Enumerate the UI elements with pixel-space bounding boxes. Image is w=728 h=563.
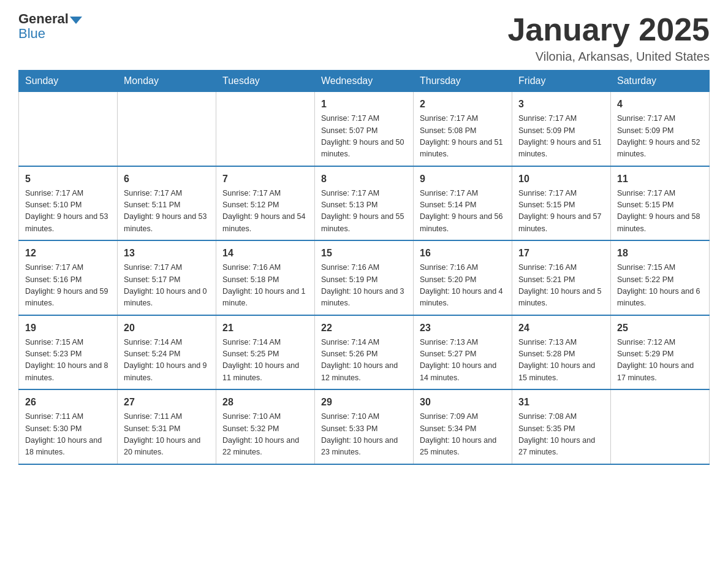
calendar-cell: 30Sunrise: 7:09 AM Sunset: 5:34 PM Dayli…	[414, 389, 512, 464]
day-number: 1	[321, 97, 407, 112]
day-info: Sunrise: 7:16 AM Sunset: 5:19 PM Dayligh…	[321, 262, 407, 310]
day-number: 3	[518, 97, 604, 112]
calendar-week-row: 5Sunrise: 7:17 AM Sunset: 5:10 PM Daylig…	[19, 166, 710, 241]
calendar-cell	[611, 389, 710, 464]
day-info: Sunrise: 7:11 AM Sunset: 5:31 PM Dayligh…	[124, 411, 210, 459]
day-info: Sunrise: 7:10 AM Sunset: 5:33 PM Dayligh…	[321, 411, 407, 459]
calendar-cell: 29Sunrise: 7:10 AM Sunset: 5:33 PM Dayli…	[315, 389, 414, 464]
calendar-cell: 18Sunrise: 7:15 AM Sunset: 5:22 PM Dayli…	[611, 240, 710, 315]
logo-arrow-icon	[70, 17, 82, 24]
calendar-cell: 2Sunrise: 7:17 AM Sunset: 5:08 PM Daylig…	[414, 92, 512, 166]
day-info: Sunrise: 7:12 AM Sunset: 5:29 PM Dayligh…	[617, 337, 703, 385]
day-info: Sunrise: 7:14 AM Sunset: 5:25 PM Dayligh…	[222, 337, 308, 385]
day-info: Sunrise: 7:09 AM Sunset: 5:34 PM Dayligh…	[420, 411, 506, 459]
day-number: 16	[420, 246, 506, 261]
day-info: Sunrise: 7:16 AM Sunset: 5:20 PM Dayligh…	[420, 262, 506, 310]
calendar-cell: 12Sunrise: 7:17 AM Sunset: 5:16 PM Dayli…	[19, 240, 118, 315]
day-number: 31	[518, 395, 604, 410]
calendar-cell: 16Sunrise: 7:16 AM Sunset: 5:20 PM Dayli…	[414, 240, 512, 315]
calendar-cell	[19, 92, 118, 166]
title-area: January 2025 Vilonia, Arkansas, United S…	[507, 12, 710, 64]
calendar-week-row: 1Sunrise: 7:17 AM Sunset: 5:07 PM Daylig…	[19, 92, 710, 166]
calendar-cell: 14Sunrise: 7:16 AM Sunset: 5:18 PM Dayli…	[216, 240, 315, 315]
calendar-cell	[216, 92, 315, 166]
calendar-cell: 13Sunrise: 7:17 AM Sunset: 5:17 PM Dayli…	[118, 240, 216, 315]
logo-general-text: General	[18, 12, 69, 26]
day-info: Sunrise: 7:14 AM Sunset: 5:26 PM Dayligh…	[321, 337, 407, 385]
day-of-week-header: Sunday	[19, 71, 118, 92]
day-info: Sunrise: 7:17 AM Sunset: 5:15 PM Dayligh…	[518, 188, 604, 236]
calendar-cell: 27Sunrise: 7:11 AM Sunset: 5:31 PM Dayli…	[118, 389, 216, 464]
day-of-week-header: Thursday	[414, 71, 512, 92]
day-info: Sunrise: 7:17 AM Sunset: 5:08 PM Dayligh…	[420, 113, 506, 161]
calendar-cell: 26Sunrise: 7:11 AM Sunset: 5:30 PM Dayli…	[19, 389, 118, 464]
day-number: 29	[321, 395, 407, 410]
day-info: Sunrise: 7:17 AM Sunset: 5:15 PM Dayligh…	[617, 188, 703, 236]
calendar-table: SundayMondayTuesdayWednesdayThursdayFrid…	[18, 70, 710, 465]
day-info: Sunrise: 7:17 AM Sunset: 5:09 PM Dayligh…	[518, 113, 604, 161]
day-info: Sunrise: 7:17 AM Sunset: 5:11 PM Dayligh…	[124, 188, 210, 236]
calendar-cell: 19Sunrise: 7:15 AM Sunset: 5:23 PM Dayli…	[19, 315, 118, 390]
day-info: Sunrise: 7:17 AM Sunset: 5:07 PM Dayligh…	[321, 113, 407, 161]
calendar-cell: 20Sunrise: 7:14 AM Sunset: 5:24 PM Dayli…	[118, 315, 216, 390]
day-number: 28	[222, 395, 308, 410]
logo-blue-text: Blue	[18, 26, 45, 42]
logo: General Blue	[18, 12, 83, 42]
day-info: Sunrise: 7:17 AM Sunset: 5:17 PM Dayligh…	[124, 262, 210, 310]
day-info: Sunrise: 7:15 AM Sunset: 5:22 PM Dayligh…	[617, 262, 703, 310]
day-number: 11	[617, 172, 703, 186]
day-info: Sunrise: 7:17 AM Sunset: 5:09 PM Dayligh…	[617, 113, 703, 161]
calendar-cell: 22Sunrise: 7:14 AM Sunset: 5:26 PM Dayli…	[315, 315, 414, 390]
day-number: 10	[518, 172, 604, 186]
day-info: Sunrise: 7:13 AM Sunset: 5:27 PM Dayligh…	[420, 337, 506, 385]
day-info: Sunrise: 7:15 AM Sunset: 5:23 PM Dayligh…	[25, 337, 111, 385]
calendar-week-row: 12Sunrise: 7:17 AM Sunset: 5:16 PM Dayli…	[19, 240, 710, 315]
calendar-cell: 4Sunrise: 7:17 AM Sunset: 5:09 PM Daylig…	[611, 92, 710, 166]
day-number: 13	[124, 246, 210, 261]
day-number: 25	[617, 321, 703, 335]
calendar-cell: 7Sunrise: 7:17 AM Sunset: 5:12 PM Daylig…	[216, 166, 315, 241]
day-of-week-header: Monday	[118, 71, 216, 92]
calendar-cell: 23Sunrise: 7:13 AM Sunset: 5:27 PM Dayli…	[414, 315, 512, 390]
calendar-body: 1Sunrise: 7:17 AM Sunset: 5:07 PM Daylig…	[19, 92, 710, 464]
calendar-cell: 21Sunrise: 7:14 AM Sunset: 5:25 PM Dayli…	[216, 315, 315, 390]
day-number: 6	[124, 172, 210, 186]
day-info: Sunrise: 7:17 AM Sunset: 5:14 PM Dayligh…	[420, 188, 506, 236]
calendar-cell: 17Sunrise: 7:16 AM Sunset: 5:21 PM Dayli…	[512, 240, 611, 315]
calendar-cell: 8Sunrise: 7:17 AM Sunset: 5:13 PM Daylig…	[315, 166, 414, 241]
day-number: 12	[25, 246, 111, 261]
day-number: 20	[124, 321, 210, 335]
calendar-cell: 10Sunrise: 7:17 AM Sunset: 5:15 PM Dayli…	[512, 166, 611, 241]
day-number: 21	[222, 321, 308, 335]
day-number: 24	[518, 321, 604, 335]
calendar-cell: 24Sunrise: 7:13 AM Sunset: 5:28 PM Dayli…	[512, 315, 611, 390]
day-number: 27	[124, 395, 210, 410]
calendar-week-row: 19Sunrise: 7:15 AM Sunset: 5:23 PM Dayli…	[19, 315, 710, 390]
day-number: 23	[420, 321, 506, 335]
day-number: 22	[321, 321, 407, 335]
page-header: General Blue January 2025 Vilonia, Arkan…	[18, 12, 710, 64]
day-number: 30	[420, 395, 506, 410]
day-info: Sunrise: 7:17 AM Sunset: 5:13 PM Dayligh…	[321, 188, 407, 236]
calendar-cell: 5Sunrise: 7:17 AM Sunset: 5:10 PM Daylig…	[19, 166, 118, 241]
calendar-cell: 1Sunrise: 7:17 AM Sunset: 5:07 PM Daylig…	[315, 92, 414, 166]
day-number: 5	[25, 172, 111, 186]
day-info: Sunrise: 7:14 AM Sunset: 5:24 PM Dayligh…	[124, 337, 210, 385]
day-of-week-header: Saturday	[611, 71, 710, 92]
location-text: Vilonia, Arkansas, United States	[507, 50, 710, 64]
day-of-week-header: Friday	[512, 71, 611, 92]
day-of-week-header: Tuesday	[216, 71, 315, 92]
day-number: 15	[321, 246, 407, 261]
calendar-cell: 25Sunrise: 7:12 AM Sunset: 5:29 PM Dayli…	[611, 315, 710, 390]
day-info: Sunrise: 7:17 AM Sunset: 5:10 PM Dayligh…	[25, 188, 111, 236]
day-number: 2	[420, 97, 506, 112]
day-number: 26	[25, 395, 111, 410]
day-info: Sunrise: 7:08 AM Sunset: 5:35 PM Dayligh…	[518, 411, 604, 459]
day-number: 19	[25, 321, 111, 335]
day-info: Sunrise: 7:13 AM Sunset: 5:28 PM Dayligh…	[518, 337, 604, 385]
month-title: January 2025	[507, 12, 710, 47]
calendar-cell: 28Sunrise: 7:10 AM Sunset: 5:32 PM Dayli…	[216, 389, 315, 464]
day-info: Sunrise: 7:17 AM Sunset: 5:16 PM Dayligh…	[25, 262, 111, 310]
day-number: 8	[321, 172, 407, 186]
days-of-week-row: SundayMondayTuesdayWednesdayThursdayFrid…	[19, 71, 710, 92]
